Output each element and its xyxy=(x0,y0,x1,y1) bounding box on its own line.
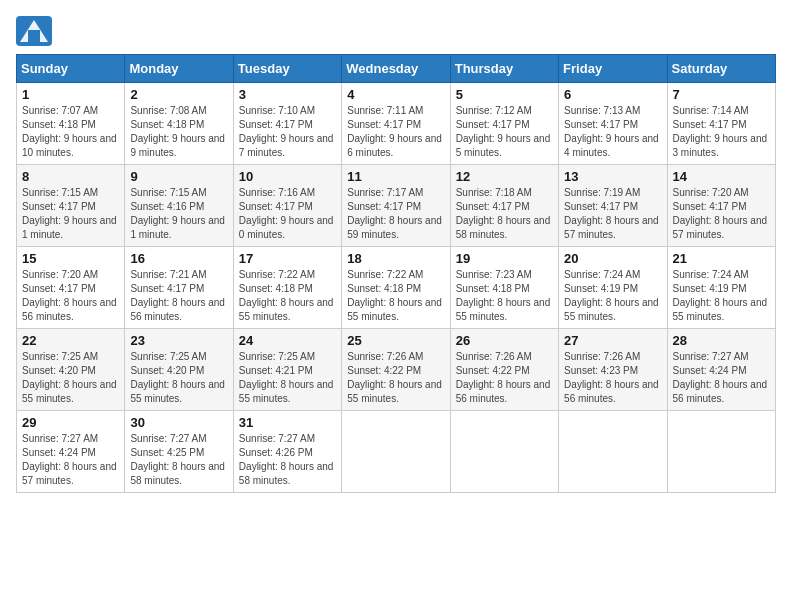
day-number: 6 xyxy=(564,87,661,102)
calendar-cell: 22 Sunrise: 7:25 AMSunset: 4:20 PMDaylig… xyxy=(17,329,125,411)
calendar-cell: 24 Sunrise: 7:25 AMSunset: 4:21 PMDaylig… xyxy=(233,329,341,411)
calendar-cell: 10 Sunrise: 7:16 AMSunset: 4:17 PMDaylig… xyxy=(233,165,341,247)
day-info: Sunrise: 7:25 AMSunset: 4:20 PMDaylight:… xyxy=(22,351,117,404)
day-number: 27 xyxy=(564,333,661,348)
day-info: Sunrise: 7:16 AMSunset: 4:17 PMDaylight:… xyxy=(239,187,334,240)
calendar-cell: 27 Sunrise: 7:26 AMSunset: 4:23 PMDaylig… xyxy=(559,329,667,411)
day-info: Sunrise: 7:19 AMSunset: 4:17 PMDaylight:… xyxy=(564,187,659,240)
day-info: Sunrise: 7:11 AMSunset: 4:17 PMDaylight:… xyxy=(347,105,442,158)
day-number: 30 xyxy=(130,415,227,430)
day-info: Sunrise: 7:17 AMSunset: 4:17 PMDaylight:… xyxy=(347,187,442,240)
day-number: 14 xyxy=(673,169,770,184)
day-info: Sunrise: 7:27 AMSunset: 4:26 PMDaylight:… xyxy=(239,433,334,486)
day-number: 4 xyxy=(347,87,444,102)
day-info: Sunrise: 7:26 AMSunset: 4:22 PMDaylight:… xyxy=(456,351,551,404)
weekday-header: SundayMondayTuesdayWednesdayThursdayFrid… xyxy=(17,55,776,83)
weekday-header-sunday: Sunday xyxy=(17,55,125,83)
calendar-cell: 15 Sunrise: 7:20 AMSunset: 4:17 PMDaylig… xyxy=(17,247,125,329)
weekday-header-monday: Monday xyxy=(125,55,233,83)
calendar-cell: 6 Sunrise: 7:13 AMSunset: 4:17 PMDayligh… xyxy=(559,83,667,165)
weekday-header-thursday: Thursday xyxy=(450,55,558,83)
day-info: Sunrise: 7:12 AMSunset: 4:17 PMDaylight:… xyxy=(456,105,551,158)
day-info: Sunrise: 7:18 AMSunset: 4:17 PMDaylight:… xyxy=(456,187,551,240)
day-number: 5 xyxy=(456,87,553,102)
day-number: 17 xyxy=(239,251,336,266)
day-number: 18 xyxy=(347,251,444,266)
calendar-cell: 25 Sunrise: 7:26 AMSunset: 4:22 PMDaylig… xyxy=(342,329,450,411)
day-number: 2 xyxy=(130,87,227,102)
day-number: 13 xyxy=(564,169,661,184)
day-number: 25 xyxy=(347,333,444,348)
day-number: 8 xyxy=(22,169,119,184)
day-info: Sunrise: 7:26 AMSunset: 4:23 PMDaylight:… xyxy=(564,351,659,404)
day-info: Sunrise: 7:26 AMSunset: 4:22 PMDaylight:… xyxy=(347,351,442,404)
day-info: Sunrise: 7:25 AMSunset: 4:21 PMDaylight:… xyxy=(239,351,334,404)
calendar-week-2: 8 Sunrise: 7:15 AMSunset: 4:17 PMDayligh… xyxy=(17,165,776,247)
calendar-cell: 19 Sunrise: 7:23 AMSunset: 4:18 PMDaylig… xyxy=(450,247,558,329)
calendar-cell: 28 Sunrise: 7:27 AMSunset: 4:24 PMDaylig… xyxy=(667,329,775,411)
calendar-cell: 7 Sunrise: 7:14 AMSunset: 4:17 PMDayligh… xyxy=(667,83,775,165)
weekday-header-saturday: Saturday xyxy=(667,55,775,83)
day-number: 10 xyxy=(239,169,336,184)
day-info: Sunrise: 7:13 AMSunset: 4:17 PMDaylight:… xyxy=(564,105,659,158)
calendar-cell: 2 Sunrise: 7:08 AMSunset: 4:18 PMDayligh… xyxy=(125,83,233,165)
calendar-cell: 1 Sunrise: 7:07 AMSunset: 4:18 PMDayligh… xyxy=(17,83,125,165)
day-info: Sunrise: 7:07 AMSunset: 4:18 PMDaylight:… xyxy=(22,105,117,158)
calendar-week-3: 15 Sunrise: 7:20 AMSunset: 4:17 PMDaylig… xyxy=(17,247,776,329)
day-number: 15 xyxy=(22,251,119,266)
weekday-header-wednesday: Wednesday xyxy=(342,55,450,83)
calendar-week-5: 29 Sunrise: 7:27 AMSunset: 4:24 PMDaylig… xyxy=(17,411,776,493)
day-number: 16 xyxy=(130,251,227,266)
day-number: 23 xyxy=(130,333,227,348)
day-number: 11 xyxy=(347,169,444,184)
day-number: 12 xyxy=(456,169,553,184)
calendar-cell: 29 Sunrise: 7:27 AMSunset: 4:24 PMDaylig… xyxy=(17,411,125,493)
logo-icon xyxy=(16,16,52,46)
calendar-cell xyxy=(450,411,558,493)
weekday-header-tuesday: Tuesday xyxy=(233,55,341,83)
calendar-table: SundayMondayTuesdayWednesdayThursdayFrid… xyxy=(16,54,776,493)
calendar-cell: 14 Sunrise: 7:20 AMSunset: 4:17 PMDaylig… xyxy=(667,165,775,247)
day-number: 28 xyxy=(673,333,770,348)
day-info: Sunrise: 7:22 AMSunset: 4:18 PMDaylight:… xyxy=(239,269,334,322)
day-number: 9 xyxy=(130,169,227,184)
day-info: Sunrise: 7:08 AMSunset: 4:18 PMDaylight:… xyxy=(130,105,225,158)
day-number: 3 xyxy=(239,87,336,102)
calendar-cell: 11 Sunrise: 7:17 AMSunset: 4:17 PMDaylig… xyxy=(342,165,450,247)
calendar-cell: 18 Sunrise: 7:22 AMSunset: 4:18 PMDaylig… xyxy=(342,247,450,329)
day-info: Sunrise: 7:24 AMSunset: 4:19 PMDaylight:… xyxy=(564,269,659,322)
calendar-cell: 12 Sunrise: 7:18 AMSunset: 4:17 PMDaylig… xyxy=(450,165,558,247)
calendar-cell xyxy=(559,411,667,493)
logo xyxy=(16,16,56,46)
weekday-header-friday: Friday xyxy=(559,55,667,83)
day-info: Sunrise: 7:14 AMSunset: 4:17 PMDaylight:… xyxy=(673,105,768,158)
day-number: 26 xyxy=(456,333,553,348)
day-info: Sunrise: 7:15 AMSunset: 4:16 PMDaylight:… xyxy=(130,187,225,240)
day-info: Sunrise: 7:27 AMSunset: 4:24 PMDaylight:… xyxy=(673,351,768,404)
day-number: 29 xyxy=(22,415,119,430)
calendar-cell: 17 Sunrise: 7:22 AMSunset: 4:18 PMDaylig… xyxy=(233,247,341,329)
calendar-cell: 8 Sunrise: 7:15 AMSunset: 4:17 PMDayligh… xyxy=(17,165,125,247)
calendar-week-1: 1 Sunrise: 7:07 AMSunset: 4:18 PMDayligh… xyxy=(17,83,776,165)
calendar-cell: 3 Sunrise: 7:10 AMSunset: 4:17 PMDayligh… xyxy=(233,83,341,165)
day-info: Sunrise: 7:27 AMSunset: 4:24 PMDaylight:… xyxy=(22,433,117,486)
calendar-cell: 21 Sunrise: 7:24 AMSunset: 4:19 PMDaylig… xyxy=(667,247,775,329)
day-info: Sunrise: 7:24 AMSunset: 4:19 PMDaylight:… xyxy=(673,269,768,322)
day-number: 24 xyxy=(239,333,336,348)
svg-rect-2 xyxy=(28,30,40,42)
calendar-cell: 26 Sunrise: 7:26 AMSunset: 4:22 PMDaylig… xyxy=(450,329,558,411)
page-header xyxy=(16,16,776,46)
day-number: 19 xyxy=(456,251,553,266)
day-info: Sunrise: 7:23 AMSunset: 4:18 PMDaylight:… xyxy=(456,269,551,322)
calendar-cell: 23 Sunrise: 7:25 AMSunset: 4:20 PMDaylig… xyxy=(125,329,233,411)
day-info: Sunrise: 7:22 AMSunset: 4:18 PMDaylight:… xyxy=(347,269,442,322)
day-info: Sunrise: 7:25 AMSunset: 4:20 PMDaylight:… xyxy=(130,351,225,404)
day-info: Sunrise: 7:10 AMSunset: 4:17 PMDaylight:… xyxy=(239,105,334,158)
calendar-cell: 5 Sunrise: 7:12 AMSunset: 4:17 PMDayligh… xyxy=(450,83,558,165)
calendar-cell: 30 Sunrise: 7:27 AMSunset: 4:25 PMDaylig… xyxy=(125,411,233,493)
day-info: Sunrise: 7:20 AMSunset: 4:17 PMDaylight:… xyxy=(22,269,117,322)
day-number: 31 xyxy=(239,415,336,430)
day-number: 20 xyxy=(564,251,661,266)
calendar-cell: 31 Sunrise: 7:27 AMSunset: 4:26 PMDaylig… xyxy=(233,411,341,493)
calendar-cell: 16 Sunrise: 7:21 AMSunset: 4:17 PMDaylig… xyxy=(125,247,233,329)
